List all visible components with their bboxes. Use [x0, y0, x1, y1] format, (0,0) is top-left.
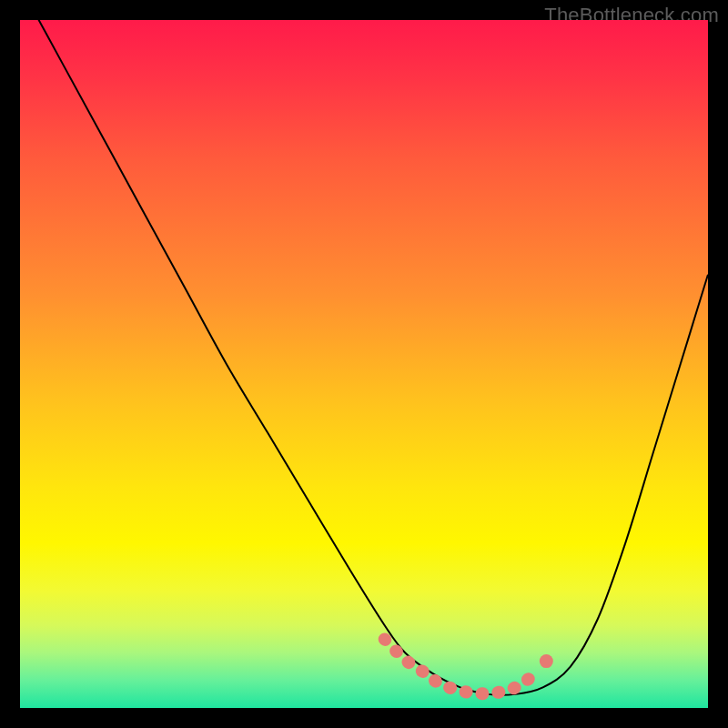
plot-area	[20, 20, 708, 708]
chart-frame: TheBottleneck.com	[0, 0, 728, 728]
heat-gradient	[20, 20, 708, 708]
